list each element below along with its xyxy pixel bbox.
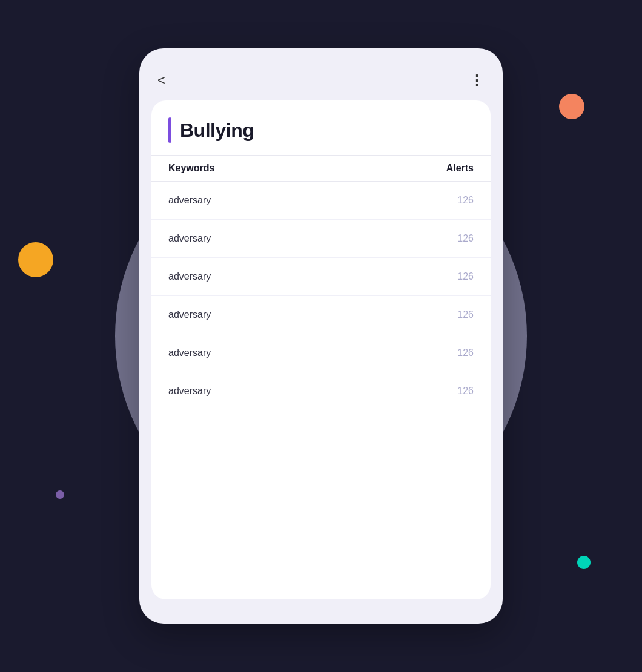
phone-container: < ⋮ Bullying Keywords Alerts adversary 1… (139, 48, 503, 624)
table-row[interactable]: adversary 126 (151, 182, 491, 220)
keyword-text: adversary (168, 348, 211, 358)
card-title-row: Bullying (151, 100, 491, 155)
col-keywords-header: Keywords (168, 163, 214, 174)
top-bar: < ⋮ (151, 67, 491, 100)
alert-count: 126 (457, 309, 474, 320)
table-row[interactable]: adversary 126 (151, 258, 491, 296)
dot-purple (56, 490, 64, 499)
alert-count: 126 (457, 348, 474, 358)
alert-count: 126 (457, 271, 474, 282)
table-row[interactable]: adversary 126 (151, 220, 491, 258)
title-accent (168, 117, 171, 143)
dot-teal (577, 556, 591, 569)
back-button[interactable]: < (157, 73, 165, 88)
keyword-text: adversary (168, 309, 211, 320)
alert-count: 126 (457, 386, 474, 397)
content-card: Bullying Keywords Alerts adversary 126 a… (151, 100, 491, 599)
dot-yellow (18, 242, 53, 277)
table-row[interactable]: adversary 126 (151, 296, 491, 334)
alert-count: 126 (457, 233, 474, 244)
table-row[interactable]: adversary 126 (151, 334, 491, 372)
more-button[interactable]: ⋮ (470, 73, 485, 88)
table-body: adversary 126 adversary 126 adversary 12… (151, 182, 491, 410)
alert-count: 126 (457, 195, 474, 206)
table-header: Keywords Alerts (151, 155, 491, 182)
keyword-text: adversary (168, 195, 211, 206)
keyword-text: adversary (168, 386, 211, 397)
keyword-text: adversary (168, 233, 211, 244)
dot-orange (559, 94, 584, 119)
keyword-text: adversary (168, 271, 211, 282)
table-row[interactable]: adversary 126 (151, 372, 491, 410)
card-title: Bullying (180, 119, 254, 142)
col-alerts-header: Alerts (446, 163, 474, 174)
